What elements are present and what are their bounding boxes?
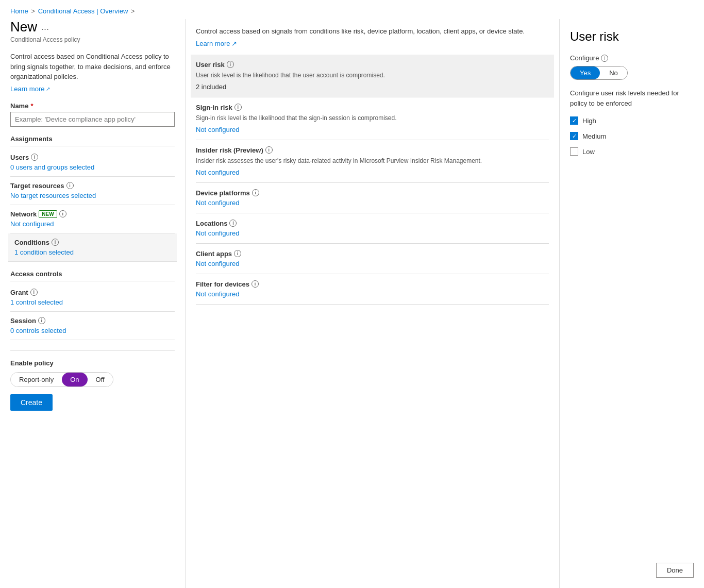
middle-description: Control access based on signals from con…	[196, 26, 549, 37]
condition-device-platforms[interactable]: Device platforms i Not configured	[196, 183, 549, 213]
client-apps-title: Client apps i	[196, 250, 549, 258]
conditions-label: Conditions i	[14, 239, 171, 246]
condition-insider-risk[interactable]: Insider risk (Preview) i Insider risk as…	[196, 140, 549, 183]
no-button[interactable]: No	[600, 66, 627, 79]
required-asterisk: *	[30, 102, 33, 110]
yes-no-toggle[interactable]: Yes No	[570, 66, 628, 80]
done-button[interactable]: Done	[656, 563, 694, 578]
user-risk-title: User risk i	[196, 61, 549, 69]
sign-in-risk-value[interactable]: Not configured	[196, 126, 240, 133]
middle-panel: Control access based on signals from con…	[186, 19, 560, 588]
session-info-icon[interactable]: i	[38, 317, 45, 324]
ellipsis-menu[interactable]: ...	[41, 22, 49, 32]
target-resources-info-icon[interactable]: i	[66, 182, 74, 189]
condition-locations[interactable]: Locations i Not configured	[196, 213, 549, 244]
low-label: Low	[582, 148, 595, 156]
condition-sign-in-risk[interactable]: Sign-in risk i Sign-in risk level is the…	[196, 97, 549, 140]
right-panel-title: User risk	[570, 29, 694, 44]
left-learn-more[interactable]: Learn more ↗	[10, 85, 50, 93]
filter-devices-info-icon[interactable]: i	[252, 280, 259, 288]
condition-client-apps[interactable]: Client apps i Not configured	[196, 244, 549, 274]
external-link-icon: ↗	[46, 86, 50, 92]
network-field: Network NEW i Not configured	[10, 205, 175, 233]
breadcrumb: Home > Conditional Access | Overview >	[0, 0, 704, 19]
users-info-icon[interactable]: i	[31, 154, 38, 161]
grant-value[interactable]: 1 control selected	[10, 298, 63, 306]
condition-filter-devices[interactable]: Filter for devices i Not configured	[196, 274, 549, 305]
session-value[interactable]: 0 controls selected	[10, 327, 66, 334]
filter-devices-value[interactable]: Not configured	[196, 290, 240, 298]
report-only-btn[interactable]: Report-only	[11, 373, 62, 387]
users-label: Users i	[10, 154, 175, 161]
configure-label: Configure i	[570, 54, 694, 62]
device-platforms-value[interactable]: Not configured	[196, 199, 240, 207]
insider-risk-value[interactable]: Not configured	[196, 169, 240, 176]
device-platforms-title: Device platforms i	[196, 189, 549, 197]
session-field: Session i 0 controls selected	[10, 312, 175, 340]
insider-risk-title: Insider risk (Preview) i	[196, 146, 549, 154]
network-label: Network NEW i	[10, 210, 175, 218]
assignments-label: Assignments	[10, 135, 175, 146]
locations-title: Locations i	[196, 220, 549, 227]
insider-risk-info-icon[interactable]: i	[265, 146, 273, 154]
grant-info-icon[interactable]: i	[30, 289, 38, 296]
name-input[interactable]	[10, 112, 175, 127]
network-info-icon[interactable]: i	[59, 210, 66, 217]
checkbox-low[interactable]: Low	[570, 147, 694, 156]
filter-devices-title: Filter for devices i	[196, 280, 549, 288]
low-checkbox[interactable]	[570, 147, 578, 156]
sign-in-risk-desc: Sign-in risk level is the likelihood tha…	[196, 113, 549, 123]
yes-button[interactable]: Yes	[571, 66, 600, 79]
high-checkbox[interactable]	[570, 116, 578, 125]
checkbox-high[interactable]: High	[570, 116, 694, 125]
middle-ext-icon: ↗	[231, 40, 237, 47]
checkbox-medium[interactable]: Medium	[570, 132, 694, 140]
medium-checkbox[interactable]	[570, 132, 578, 140]
name-section: Name *	[10, 102, 175, 127]
network-value[interactable]: Not configured	[10, 220, 54, 228]
condition-user-risk[interactable]: User risk i User risk level is the likel…	[191, 55, 554, 97]
user-risk-value: 2 included	[196, 83, 549, 91]
grant-field: Grant i 1 control selected	[10, 283, 175, 312]
page-subtitle: Conditional Access policy	[10, 36, 175, 43]
left-description: Control access based on Conditional Acce…	[10, 52, 175, 82]
middle-learn-more[interactable]: Learn more ↗	[196, 40, 237, 47]
sign-in-risk-info-icon[interactable]: i	[234, 104, 242, 111]
locations-value[interactable]: Not configured	[196, 229, 240, 237]
grant-label: Grant i	[10, 289, 175, 296]
breadcrumb-overview[interactable]: Conditional Access | Overview	[38, 7, 128, 15]
page-title: New	[10, 19, 37, 35]
off-btn[interactable]: Off	[88, 373, 113, 387]
right-panel: User risk Configure i Yes No Configure u…	[560, 19, 704, 588]
locations-info-icon[interactable]: i	[229, 220, 237, 227]
conditions-field: Conditions i 1 condition selected	[8, 233, 177, 262]
enable-policy-toggle[interactable]: Report-only On Off	[10, 372, 113, 387]
users-value[interactable]: 0 users and groups selected	[10, 163, 94, 171]
breadcrumb-home[interactable]: Home	[10, 7, 28, 15]
page-title-row: New ...	[10, 19, 175, 35]
client-apps-value[interactable]: Not configured	[196, 260, 240, 267]
configure-info-icon[interactable]: i	[601, 55, 608, 62]
client-apps-info-icon[interactable]: i	[234, 250, 241, 257]
configure-desc: Configure user risk levels needed for po…	[570, 88, 694, 108]
breadcrumb-sep2: >	[131, 8, 135, 15]
on-btn[interactable]: On	[62, 373, 87, 387]
target-resources-value[interactable]: No target resources selected	[10, 192, 96, 199]
high-label: High	[582, 117, 596, 125]
session-label: Session i	[10, 317, 175, 325]
users-field: Users i 0 users and groups selected	[10, 148, 175, 177]
breadcrumb-sep1: >	[31, 8, 35, 15]
conditions-value[interactable]: 1 condition selected	[14, 248, 74, 256]
main-layout: New ... Conditional Access policy Contro…	[0, 19, 704, 588]
enable-policy-section: Enable policy Report-only On Off Create	[10, 350, 175, 411]
conditions-info-icon[interactable]: i	[52, 239, 59, 246]
device-platforms-info-icon[interactable]: i	[252, 189, 259, 196]
sign-in-risk-title: Sign-in risk i	[196, 104, 549, 111]
target-resources-label: Target resources i	[10, 182, 175, 190]
create-button[interactable]: Create	[10, 394, 53, 411]
access-controls-label: Access controls	[10, 270, 175, 281]
enable-policy-label: Enable policy	[10, 359, 175, 367]
user-risk-desc: User risk level is the likelihood that t…	[196, 71, 549, 80]
user-risk-info-icon[interactable]: i	[227, 61, 234, 68]
name-label: Name *	[10, 102, 175, 110]
